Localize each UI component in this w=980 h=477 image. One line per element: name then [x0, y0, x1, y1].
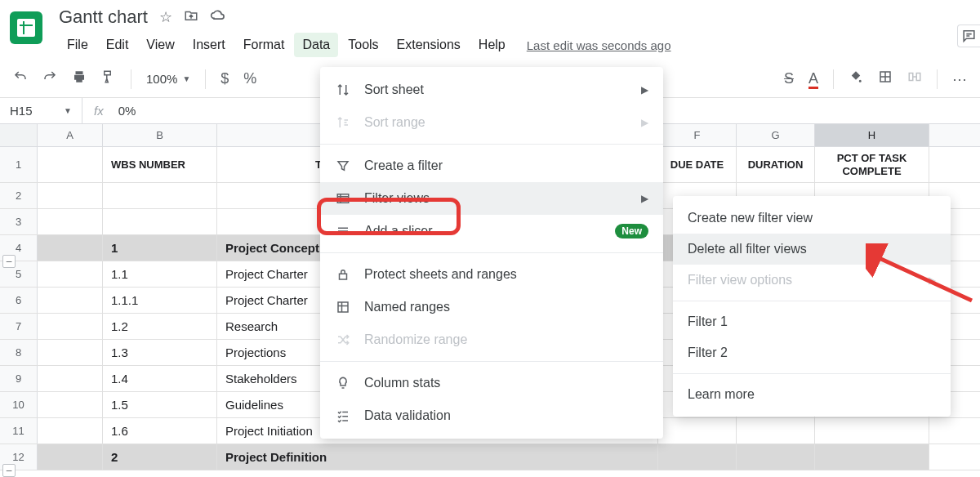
currency-format-icon[interactable]: $ [220, 70, 229, 87]
header-pct-complete[interactable]: PCT OF TASK COMPLETE [815, 147, 929, 182]
row-header[interactable]: 1 [0, 147, 38, 182]
menu-insert[interactable]: Insert [185, 33, 234, 57]
col-header-a[interactable]: A [38, 124, 103, 146]
menu-view[interactable]: View [138, 33, 182, 57]
menu-data-validation[interactable]: Data validation [320, 399, 663, 432]
row-header[interactable]: 6 [0, 288, 38, 313]
menu-format[interactable]: Format [235, 33, 293, 57]
col-header-b[interactable]: B [103, 124, 217, 146]
col-header-f[interactable]: F [658, 124, 737, 146]
group-collapse-handle[interactable]: – [2, 464, 16, 477]
zoom-value: 100% [146, 72, 177, 86]
percent-format-icon[interactable]: % [243, 70, 256, 87]
menu-separator [320, 144, 663, 145]
star-icon[interactable]: ☆ [159, 8, 172, 26]
select-all-corner[interactable] [0, 124, 38, 146]
menu-add-slicer[interactable]: Add a slicer New [320, 215, 663, 247]
row-header[interactable]: 9 [0, 366, 38, 391]
cell[interactable] [815, 444, 929, 470]
cell[interactable] [38, 235, 103, 261]
zoom-selector[interactable]: 100% ▼ [146, 72, 190, 86]
cell[interactable] [38, 444, 103, 470]
menu-data[interactable]: Data [294, 33, 338, 57]
cell[interactable] [737, 418, 815, 444]
cell[interactable] [38, 366, 103, 391]
header-wbs[interactable]: WBS NUMBER [103, 147, 217, 182]
menu-edit[interactable]: Edit [98, 33, 137, 57]
submenu-saved-filter[interactable]: Filter 1 [673, 306, 951, 337]
row-header[interactable]: 8 [0, 340, 38, 365]
row-header[interactable]: 3 [0, 209, 38, 234]
cell-wbs[interactable]: 2 [103, 444, 217, 470]
menu-tools[interactable]: Tools [340, 33, 386, 57]
cell[interactable] [38, 261, 103, 287]
cell[interactable] [658, 444, 737, 470]
cell[interactable] [38, 288, 103, 313]
cell[interactable] [38, 314, 103, 339]
menu-column-stats[interactable]: Column stats [320, 367, 663, 399]
cell[interactable] [38, 392, 103, 417]
cell[interactable] [38, 147, 103, 182]
cell[interactable] [658, 418, 737, 444]
cell-wbs[interactable]: 1.2 [103, 314, 217, 339]
cell[interactable] [38, 340, 103, 365]
menu-named-ranges[interactable]: Named ranges [320, 291, 663, 323]
header-duration[interactable]: DURATION [737, 147, 815, 182]
row-header[interactable]: 10 [0, 392, 38, 417]
row-header[interactable]: 11 [0, 418, 38, 444]
cell-wbs[interactable]: 1.4 [103, 366, 217, 391]
formula-value[interactable]: 0% [115, 104, 136, 118]
submenu-saved-filter[interactable]: Filter 2 [673, 337, 951, 368]
submenu-delete-all-filter-views[interactable]: Delete all filter views [673, 234, 951, 265]
menu-filter-views[interactable]: Filter views ▶ [320, 182, 663, 215]
name-box[interactable]: H15 ▼ [0, 104, 82, 118]
text-color-icon[interactable]: A [808, 70, 818, 87]
row-header[interactable]: 7 [0, 314, 38, 339]
cell-wbs[interactable]: 1.5 [103, 392, 217, 417]
chevron-down-icon: ▼ [182, 74, 190, 83]
strikethrough-icon[interactable]: S [784, 70, 794, 87]
cell[interactable] [38, 209, 103, 234]
menu-protect-sheets[interactable]: Protect sheets and ranges [320, 258, 663, 291]
cell-wbs[interactable]: 1 [103, 235, 217, 261]
menu-sort-sheet[interactable]: Sort sheet ▶ [320, 74, 663, 106]
fill-color-icon[interactable] [849, 69, 863, 88]
cell-task-title[interactable]: Project Definition [217, 444, 658, 470]
col-header-g[interactable]: G [737, 124, 815, 146]
cell[interactable] [815, 418, 929, 444]
menu-create-filter[interactable]: Create a filter [320, 149, 663, 182]
comment-history-icon[interactable] [957, 25, 980, 47]
cell-wbs[interactable]: 1.6 [103, 418, 217, 444]
more-toolbar-icon[interactable]: ⋯ [952, 70, 967, 88]
row-header[interactable]: 2 [0, 183, 38, 208]
cell-wbs[interactable] [103, 183, 217, 208]
menu-help[interactable]: Help [470, 33, 514, 57]
last-edit-link[interactable]: Last edit was seconds ago [527, 38, 671, 52]
cell-wbs[interactable]: 1.3 [103, 340, 217, 365]
redo-icon[interactable] [42, 69, 57, 88]
cell-wbs[interactable] [103, 209, 217, 234]
cell[interactable] [737, 444, 815, 470]
menu-separator [673, 301, 951, 301]
undo-icon[interactable] [13, 69, 28, 88]
menu-file[interactable]: File [59, 33, 96, 57]
merge-cells-icon[interactable] [907, 69, 922, 88]
cell[interactable] [38, 183, 103, 208]
document-title[interactable]: Gantt chart [59, 7, 148, 28]
header-due-date[interactable]: DUE DATE [658, 147, 737, 182]
cell-wbs[interactable]: 1.1 [103, 261, 217, 287]
menu-extensions[interactable]: Extensions [389, 33, 469, 57]
cell-wbs[interactable]: 1.1.1 [103, 288, 217, 313]
lightbulb-icon [335, 375, 351, 391]
sheets-logo[interactable] [10, 11, 42, 44]
paint-format-icon[interactable] [101, 69, 116, 88]
col-header-h[interactable]: H [815, 124, 929, 146]
submenu-create-filter-view[interactable]: Create new filter view [673, 203, 951, 234]
cloud-status-icon[interactable] [210, 7, 226, 28]
borders-icon[interactable] [878, 69, 893, 88]
move-icon[interactable] [184, 8, 198, 27]
print-icon[interactable] [72, 69, 87, 88]
cell[interactable] [38, 418, 103, 444]
group-collapse-handle[interactable]: – [2, 255, 16, 268]
submenu-learn-more[interactable]: Learn more [673, 379, 951, 410]
